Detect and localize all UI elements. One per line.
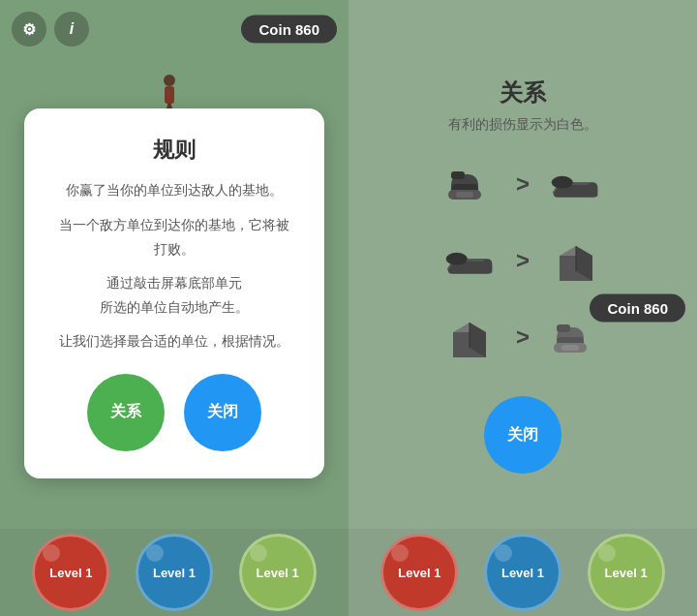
- left-panel: ⚙ i Coin 860 规则 你赢了当你的单位到达敌人的基地。 当一个敌方单位…: [0, 0, 348, 616]
- svg-point-10: [446, 252, 468, 264]
- dialog-line4: 让我们选择最合适的单位，根据情况。: [55, 329, 293, 354]
- level-label-1: Level 1: [49, 566, 92, 580]
- level-btn-3[interactable]: Level 1: [239, 534, 317, 611]
- right-level-btn-3[interactable]: Level 1: [588, 534, 665, 611]
- arrow-1: >: [516, 170, 530, 198]
- settings-button[interactable]: ⚙: [12, 12, 46, 46]
- right-header: Coin 860: [348, 0, 697, 58]
- level-label-3: Level 1: [257, 566, 299, 580]
- arrow-2: >: [516, 247, 530, 274]
- relation-button[interactable]: 关系: [87, 374, 165, 451]
- left-bottom-bar: Level 1 Level 1 Level 1: [0, 529, 348, 616]
- right-title: 关系: [500, 77, 546, 108]
- coin-label: Coin 860: [258, 21, 319, 38]
- right-subtitle: 有利的损伤显示为白色。: [448, 116, 597, 134]
- level-btn-2[interactable]: Level 1: [136, 534, 213, 611]
- right-panel: Coin 860 关系 有利的损伤显示为白色。 >: [348, 0, 697, 616]
- right-level-btn-2[interactable]: Level 1: [484, 534, 561, 611]
- right-level-label-2: Level 1: [501, 566, 544, 580]
- dialog-title: 规则: [55, 136, 293, 165]
- right-level-label-1: Level 1: [398, 566, 440, 580]
- close-button-right[interactable]: 关闭: [484, 396, 561, 474]
- svg-rect-23: [557, 324, 570, 332]
- right-level-label-3: Level 1: [605, 566, 648, 580]
- right-coin-badge: Coin 860: [590, 294, 685, 323]
- svg-rect-7: [456, 192, 473, 198]
- rules-dialog: 规则 你赢了当你的单位到达敌人的基地。 当一个敌方单位到达你的基地，它将被打败。…: [24, 108, 324, 477]
- dialog-buttons: 关系 关闭: [55, 374, 293, 451]
- close-button-left[interactable]: 关闭: [184, 374, 261, 451]
- box-icon-3: [443, 310, 497, 363]
- dialog-line2: 当一个敌方单位到达你的基地，它将被打败。: [55, 213, 293, 262]
- settings-icon: ⚙: [22, 20, 36, 39]
- relation-row-1: >: [368, 157, 678, 210]
- right-level-btn-1[interactable]: Level 1: [380, 534, 458, 611]
- coin-badge: Coin 860: [241, 15, 337, 44]
- boxing-glove-icon-1: [443, 157, 497, 210]
- shoe-icon-2: [443, 233, 497, 287]
- info-icon: i: [70, 20, 74, 38]
- svg-rect-22: [561, 345, 579, 351]
- dialog-line3: 通过敲击屏幕底部单元所选的单位自动地产生。: [55, 271, 293, 320]
- relation-row-2: >: [368, 233, 678, 287]
- box-icon-2: [549, 233, 602, 287]
- shoe-icon-1: [549, 157, 602, 210]
- left-header: ⚙ i Coin 860: [0, 0, 348, 58]
- dialog-line1: 你赢了当你的单位到达敌人的基地。: [55, 178, 293, 202]
- dialog-overlay: 规则 你赢了当你的单位到达敌人的基地。 当一个敌方单位到达你的基地，它将被打败。…: [0, 58, 348, 529]
- right-bottom-bar: Level 1 Level 1 Level 1: [348, 529, 697, 616]
- info-button[interactable]: i: [54, 12, 89, 46]
- level-btn-1[interactable]: Level 1: [32, 534, 109, 611]
- character-area: 规则 你赢了当你的单位到达敌人的基地。 当一个敌方单位到达你的基地，它将被打败。…: [0, 58, 348, 529]
- right-coin-label: Coin 860: [607, 300, 668, 317]
- svg-rect-8: [451, 171, 465, 179]
- arrow-3: >: [516, 323, 530, 351]
- level-label-2: Level 1: [153, 566, 196, 580]
